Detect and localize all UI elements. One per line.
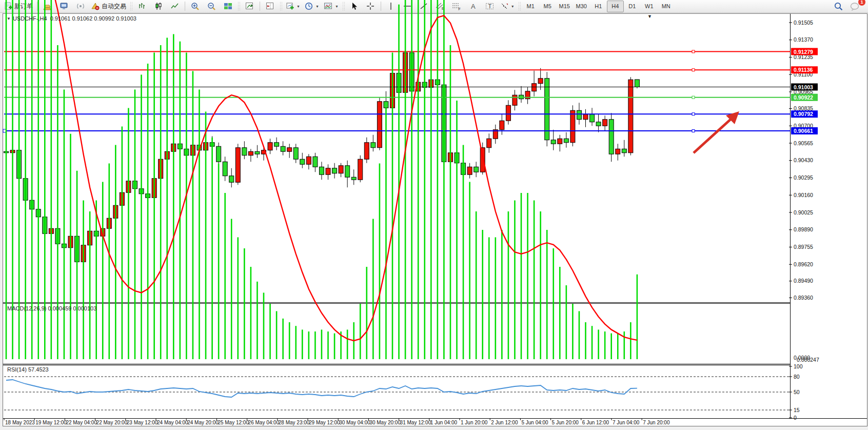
time-axis-label: 24 May 20:00 — [187, 420, 219, 425]
candle — [525, 87, 530, 104]
candle — [377, 97, 382, 150]
candle — [622, 140, 626, 157]
time-axis-label: 22 May 04:00 — [66, 420, 97, 425]
quote-close: 0.91003 — [116, 15, 136, 22]
rsi-line — [6, 380, 637, 397]
candle — [532, 71, 537, 96]
candle — [590, 108, 595, 126]
price-badge-label: 0.90661 — [794, 128, 813, 134]
candle — [487, 133, 491, 153]
price-axis-label: 0.91370 — [794, 36, 813, 43]
candle — [628, 77, 633, 155]
candle — [551, 130, 556, 150]
time-axis-label: 24 May 04:00 — [157, 420, 188, 425]
chart-canvas[interactable]: 0.915050.913700.912350.911000.909650.908… — [0, 0, 868, 430]
candle — [255, 145, 260, 158]
price-axis-label: 0.89755 — [794, 244, 813, 250]
rsi-axis-label: 15 — [794, 407, 800, 413]
macd-value: 0.000459 — [48, 305, 71, 311]
candle — [326, 164, 330, 180]
candle — [364, 138, 369, 163]
rsi-axis-label: 80 — [794, 374, 800, 380]
time-axis-label: 19 May 12:00 — [35, 420, 67, 425]
time-axis-label: 30 May 04:00 — [339, 420, 370, 425]
candle — [558, 135, 562, 152]
line-handle[interactable] — [692, 69, 695, 71]
candle — [293, 144, 298, 163]
price-axis-label: 0.89490 — [794, 278, 813, 284]
candle — [235, 144, 240, 185]
price-axis-label: 0.90430 — [794, 157, 813, 163]
rsi-value: 57.4523 — [28, 366, 49, 373]
macd-name: MACD(12,26,9) — [7, 305, 46, 311]
quick-trade-collapse-icon[interactable]: ▼ — [647, 14, 652, 19]
price-axis-label: 0.90025 — [794, 209, 813, 216]
candle — [583, 109, 588, 127]
symbol-period-label: USDCHF-,H4 — [13, 15, 47, 22]
candle — [262, 148, 266, 161]
candle — [603, 115, 607, 131]
time-axis-label: 28 May 23:00 — [279, 420, 310, 425]
time-axis-label: 7 Jun 20:00 — [643, 420, 670, 425]
candle — [339, 163, 343, 178]
candle — [306, 154, 311, 169]
candle — [467, 163, 472, 179]
macd-signal-value: 0.000103 — [73, 305, 96, 311]
rsi-axis-label: 50 — [794, 389, 800, 395]
time-axis-label: 31 May 12:00 — [400, 420, 431, 425]
candle — [512, 90, 517, 110]
time-axis-label: 6 Jun 12:00 — [582, 420, 609, 425]
candle — [371, 135, 376, 152]
candle — [596, 114, 601, 132]
price-badge-label: 0.90792 — [794, 111, 813, 117]
price-axis-label: 0.90295 — [794, 174, 813, 181]
candle — [519, 86, 524, 103]
line-handle[interactable] — [692, 96, 695, 99]
time-axis-label: 22 May 20:00 — [96, 420, 128, 425]
quote-low: 0.90992 — [94, 15, 114, 22]
macd-indicator-label: MACD(12,26,9) 0.000459 0.000103 — [7, 305, 96, 311]
line-handle[interactable] — [692, 113, 695, 115]
line-handle[interactable] — [692, 130, 695, 132]
time-axis-label: 26 May 04:00 — [248, 420, 280, 425]
time-axis-label: 1 Jun 04:00 — [430, 420, 458, 425]
time-axis-label: 5 Jun 20:00 — [552, 420, 579, 425]
candle — [223, 157, 227, 181]
candle — [229, 168, 234, 188]
rsi-name: RSI(14) — [7, 366, 27, 373]
quote-open: 0.91061 — [50, 15, 71, 22]
price-axis-label: 0.90160 — [794, 192, 813, 198]
candle — [616, 144, 620, 161]
price-badge-label: 0.90922 — [794, 94, 813, 101]
line-handle[interactable] — [692, 50, 695, 53]
candle — [500, 114, 504, 135]
candle — [268, 139, 272, 154]
candle — [281, 141, 285, 155]
rsi-axis-label: 100 — [794, 363, 803, 369]
time-axis-label: 7 Jun 04:00 — [613, 420, 640, 425]
rsi-axis-label: 0 — [794, 415, 797, 421]
mt4-application: 新订单 自动交易 — [0, 0, 868, 430]
price-axis-label: 0.91505 — [794, 19, 813, 26]
quote-high: 0.91062 — [72, 15, 93, 22]
candle — [474, 162, 479, 177]
candle — [570, 105, 575, 146]
candle — [313, 153, 318, 172]
symbol-collapse-icon[interactable]: ▼ — [7, 16, 11, 21]
time-axis-label: 30 May 20:00 — [369, 420, 401, 425]
trend-arrow-annotation[interactable] — [694, 111, 739, 153]
candle — [345, 161, 350, 188]
candle — [300, 153, 305, 168]
candle — [216, 143, 221, 166]
candle — [609, 113, 614, 162]
candle — [351, 169, 356, 185]
price-axis-label: 0.89890 — [794, 226, 813, 232]
candle — [332, 163, 337, 179]
rsi-indicator-label: RSI(14) 57.4523 — [7, 366, 49, 373]
time-axis-label: 23 May 12:00 — [127, 420, 158, 425]
price-badge-label: 0.91003 — [794, 84, 813, 90]
candle — [538, 68, 543, 90]
time-axis-label: 5 Jun 04:00 — [521, 420, 548, 425]
time-axis-label: 2 Jun 12:00 — [491, 420, 518, 425]
price-axis-label: 0.89360 — [794, 295, 813, 301]
